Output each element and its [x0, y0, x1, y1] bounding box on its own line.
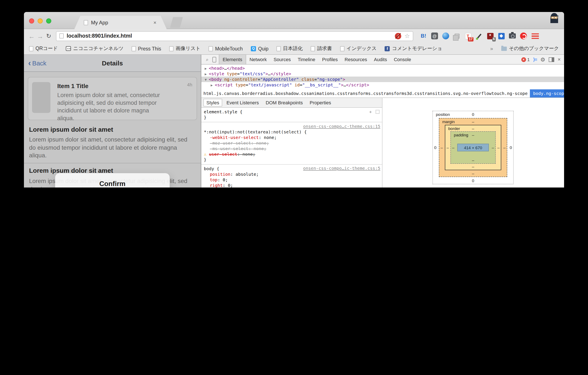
- dom-tree: ▶ <head>…</head> ▶ <style type="text/css…: [201, 64, 564, 89]
- bookmarks-overflow-icon[interactable]: »: [490, 45, 493, 52]
- settings-gear-icon[interactable]: ⚙: [540, 56, 545, 63]
- css-rule-body[interactable]: onsen-css-compo…ic-theme.css:5 body { po…: [201, 165, 382, 188]
- dom-node-script[interactable]: ▶ <script type="text/javascript" id="__b…: [201, 82, 564, 88]
- item-card[interactable]: Item 1 Title 4h Lorem ipsum dolor sit am…: [28, 77, 197, 120]
- window-controls: [29, 18, 51, 23]
- breadcrumb-body-selected[interactable]: body.ng-scope: [530, 89, 564, 97]
- tab-properties[interactable]: Properties: [307, 99, 334, 106]
- console-drawer-icon[interactable]: ⟩≡: [533, 57, 537, 62]
- item-card-title: Item 1 Title: [57, 83, 88, 89]
- new-tab-button[interactable]: [170, 17, 183, 28]
- asterisk-extension-icon[interactable]: *6: [486, 32, 494, 40]
- page-icon: [340, 46, 344, 51]
- bookmark-qr[interactable]: QRコード: [29, 45, 58, 52]
- browser-window: My App × ← → ↻ localhost:8901/index.ht: [24, 12, 564, 188]
- list-item-title[interactable]: Lorem ipsum dolor sit amet: [29, 167, 196, 174]
- tab-styles[interactable]: Styles: [203, 99, 222, 107]
- devtools-close-icon[interactable]: ×: [558, 56, 561, 63]
- tab-console[interactable]: Console: [390, 55, 415, 64]
- device-mode-icon[interactable]: [212, 57, 216, 62]
- app-page-title: Details: [102, 59, 123, 67]
- list-item-description: Lorem ipsum dolor sit amet, consectetur …: [29, 136, 195, 159]
- bookmark-nihongoka[interactable]: 日本語化: [277, 45, 303, 52]
- bookmark-quip[interactable]: QQuip: [251, 46, 269, 51]
- devtools-tab-bar: ⌕ Elements Network Sources Timeline Prof…: [201, 55, 564, 64]
- breadcrumb-html[interactable]: html.js.canvas.borderradius.boxshadow.cs…: [201, 91, 530, 96]
- css-source-link[interactable]: onsen-css-compo…ic-theme.css:5: [303, 166, 380, 171]
- td-badge: 17: [468, 37, 473, 42]
- bookmark-mobiletouch[interactable]: MobileTouch: [209, 46, 243, 51]
- bookmark-comment-moderation[interactable]: fコメントモデレーショ: [385, 45, 442, 52]
- nico-icon: [66, 46, 71, 51]
- authy-extension-icon[interactable]: [520, 32, 527, 40]
- address-bar[interactable]: localhost:8901/index.html f ☆: [56, 31, 413, 41]
- back-button[interactable]: ←: [27, 32, 36, 40]
- box-model-margin: margin – – – – border – – – –: [439, 118, 507, 177]
- tab-event-listeners[interactable]: Event Listeners: [224, 99, 262, 106]
- bookmark-nico[interactable]: ニコニコチャンネルツ: [66, 45, 124, 52]
- reload-button[interactable]: ↻: [44, 32, 53, 39]
- diamond-extension-icon[interactable]: [497, 32, 505, 40]
- list-divider: [24, 163, 201, 163]
- tab-timeline[interactable]: Timeline: [294, 55, 319, 64]
- dom-node-body-selected[interactable]: ▼ <body ng-controller="AppController" cl…: [201, 76, 564, 82]
- tab-network[interactable]: Network: [246, 55, 270, 64]
- tab-elements[interactable]: Elements: [219, 55, 246, 64]
- page-icon: [29, 46, 33, 51]
- flashblock-icon[interactable]: f: [395, 33, 401, 39]
- zoom-window-button[interactable]: [46, 18, 51, 23]
- layers-extension-icon[interactable]: [453, 32, 461, 40]
- tab-resources[interactable]: Resources: [341, 55, 370, 64]
- bookmark-seikyusho[interactable]: 請求書: [311, 45, 332, 52]
- tab-audits[interactable]: Audits: [370, 55, 390, 64]
- devtools-panel: ⌕ Elements Network Sources Timeline Prof…: [201, 55, 564, 188]
- new-style-rule-icon[interactable]: +: [369, 109, 372, 114]
- hatena-extension-icon[interactable]: B!: [420, 32, 427, 40]
- globe-extension-icon[interactable]: [442, 32, 450, 40]
- search-icon[interactable]: ⌕: [203, 57, 211, 62]
- page-icon: [209, 46, 213, 51]
- bookmark-star-icon[interactable]: ☆: [404, 32, 410, 39]
- other-bookmarks-button[interactable]: その他のブックマーク: [501, 45, 559, 52]
- dock-side-icon[interactable]: [549, 57, 554, 62]
- at-extension-icon[interactable]: @: [431, 32, 439, 40]
- confirm-dialog: Confirm Item 1 Title Cancel OK: [55, 173, 170, 188]
- page-icon: [132, 46, 136, 51]
- styles-section-tabs: Styles Event Listeners DOM Breakpoints P…: [201, 98, 382, 108]
- dom-node-style[interactable]: ▶ <style type="text/css">…</style>: [201, 71, 564, 76]
- dom-node-head[interactable]: ▶ <head>…</head>: [201, 65, 564, 71]
- tab-close-icon[interactable]: ×: [153, 20, 157, 25]
- tab-profiles[interactable]: Profiles: [319, 55, 341, 64]
- quip-icon: Q: [251, 46, 256, 51]
- td-extension-icon[interactable]: T17: [464, 32, 472, 40]
- tab-strip: My App ×: [24, 12, 564, 29]
- chrome-menu-icon[interactable]: [532, 33, 539, 39]
- tab-sources[interactable]: Sources: [270, 55, 294, 64]
- page-icon: [311, 46, 315, 51]
- page-icon: [277, 46, 281, 51]
- list-item-title[interactable]: Lorem ipsum dolor sit amet: [29, 126, 196, 133]
- bookmark-pressthis[interactable]: Press This: [132, 46, 161, 51]
- error-count-badge[interactable]: ×1: [521, 57, 530, 62]
- minimize-window-button[interactable]: [38, 18, 43, 23]
- app-viewport: ‹Back Details Item 1 Title 4h Lorem ipsu…: [24, 55, 201, 188]
- eyedropper-extension-icon[interactable]: [475, 32, 483, 40]
- page-icon: [169, 46, 173, 51]
- app-back-button[interactable]: ‹Back: [28, 58, 46, 68]
- browser-tab[interactable]: My App ×: [74, 16, 167, 29]
- css-rule-user-select[interactable]: onsen-css-compo…c-theme.css:15 *:not(inp…: [201, 122, 382, 165]
- close-window-button[interactable]: [29, 18, 34, 23]
- ninja-avatar-icon: [549, 12, 560, 26]
- bookmark-gazou[interactable]: 画像リスト: [169, 45, 201, 52]
- url-text[interactable]: localhost:8901/index.html: [67, 33, 395, 39]
- element-picker-icon[interactable]: [376, 110, 379, 114]
- box-model-diagram[interactable]: position 0 0 0 0 margin – – – – border: [432, 111, 514, 184]
- tab-dom-breakpoints[interactable]: DOM Breakpoints: [263, 99, 305, 106]
- camera-extension-icon[interactable]: [508, 32, 516, 40]
- css-source-link[interactable]: onsen-css-compo…c-theme.css:15: [204, 124, 380, 129]
- computed-sidebar: position 0 0 0 0 margin – – – – border: [383, 98, 564, 188]
- styles-pane: Styles Event Listeners DOM Breakpoints P…: [201, 98, 382, 188]
- element-style-rule[interactable]: + element.style { }: [201, 108, 382, 122]
- bookmark-index[interactable]: インデックス: [340, 45, 377, 52]
- forward-button[interactable]: →: [36, 32, 44, 40]
